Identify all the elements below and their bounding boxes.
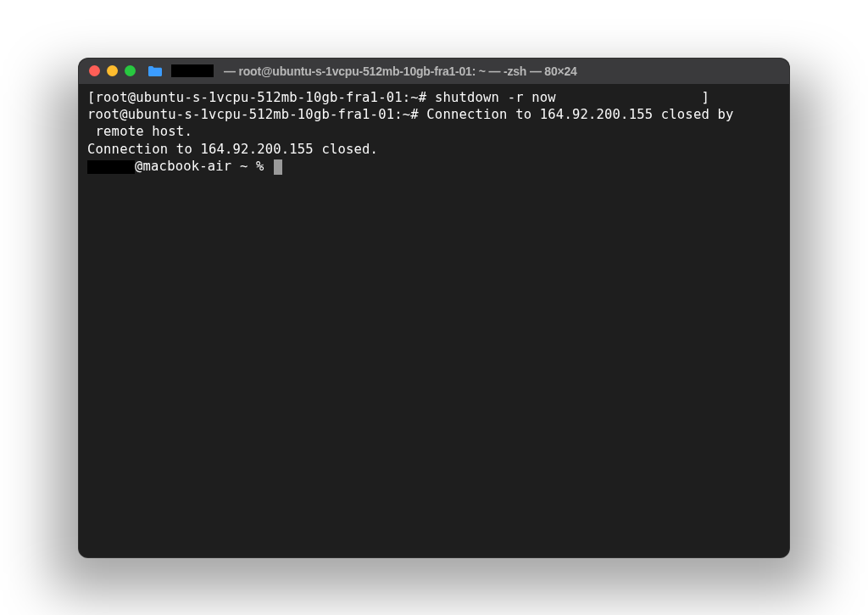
terminal-output[interactable]: [root@ubuntu-s-1vcpu-512mb-10gb-fra1-01:… [79, 84, 789, 181]
close-button[interactable] [89, 65, 100, 76]
terminal-prompt-line: @macbook-air ~ % [87, 158, 781, 175]
terminal-line: root@ubuntu-s-1vcpu-512mb-10gb-fra1-01:~… [87, 106, 781, 123]
terminal-line: Connection to 164.92.200.155 closed. [87, 141, 781, 158]
minimize-button[interactable] [107, 65, 118, 76]
terminal-line: remote host. [87, 123, 781, 140]
folder-icon [147, 65, 163, 77]
window-title: — root@ubuntu-s-1vcpu-512mb-10gb-fra1-01… [224, 64, 577, 78]
redacted-username-title [171, 64, 214, 77]
local-prompt: @macbook-air ~ % [135, 158, 272, 175]
terminal-window: — root@ubuntu-s-1vcpu-512mb-10gb-fra1-01… [78, 58, 790, 558]
window-titlebar: — root@ubuntu-s-1vcpu-512mb-10gb-fra1-01… [79, 59, 789, 84]
cursor-icon [274, 159, 282, 175]
maximize-button[interactable] [125, 65, 136, 76]
redacted-username [87, 160, 135, 174]
terminal-line: [root@ubuntu-s-1vcpu-512mb-10gb-fra1-01:… [87, 89, 781, 106]
